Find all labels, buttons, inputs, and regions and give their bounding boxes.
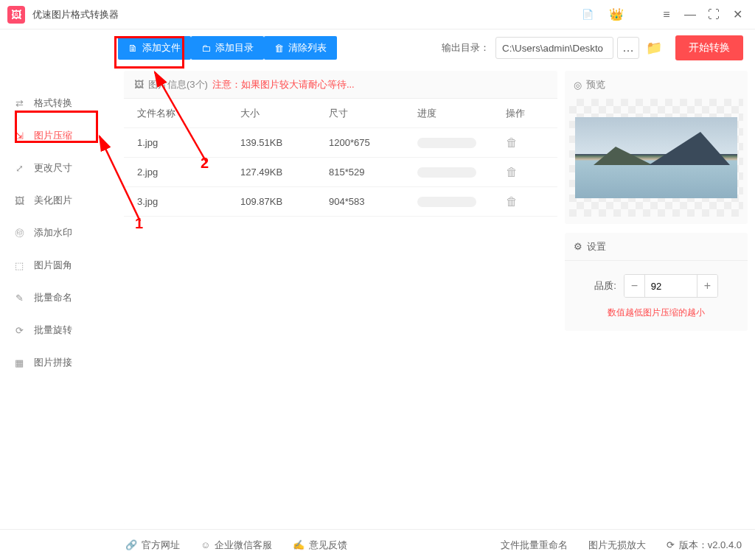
table-row[interactable]: 2.jpg 127.49KB 815*529 🗑 <box>124 158 557 187</box>
toolbar: 🗎添加文件 🗀添加目录 🗑清除列表 输出目录： … 📁 开始转换 <box>0 29 755 66</box>
add-file-label: 添加文件 <box>142 41 181 55</box>
footer-cs[interactable]: ☺企业微信客服 <box>201 539 272 552</box>
settings-header: ⚙ 设置 <box>565 233 748 261</box>
sidebar-item-label: 图片拼接 <box>34 356 72 369</box>
preview-box: ◎ 预览 <box>565 71 748 224</box>
clear-list-button[interactable]: 🗑清除列表 <box>264 36 337 60</box>
add-file-button[interactable]: 🗎添加文件 <box>118 36 191 60</box>
version-value: v2.0.4.0 <box>708 539 742 550</box>
table-row[interactable]: 1.jpg 139.51KB 1200*675 🗑 <box>124 128 557 158</box>
vip-icon[interactable]: 👑 <box>606 4 627 25</box>
preview-label: 预览 <box>586 78 605 91</box>
table-row[interactable]: 3.jpg 109.87KB 904*583 🗑 <box>124 187 557 217</box>
col-dim: 尺寸 <box>329 107 417 120</box>
table-header: 文件名称 大小 尺寸 进度 操作 <box>124 99 557 128</box>
cell-dim: 904*583 <box>329 196 417 207</box>
cell-size: 127.49KB <box>240 167 329 178</box>
sidebar-item-label: 添加水印 <box>34 226 72 239</box>
close-icon[interactable]: ✕ <box>727 4 748 25</box>
footer-enlarge[interactable]: 图片无损放大 <box>588 539 646 552</box>
title-bar: 🖼 优速图片格式转换器 📄 👑 ≡ — ⛶ ✕ <box>0 0 755 29</box>
version-label: 版本： <box>679 539 708 552</box>
support-icon: ☺ <box>201 539 210 550</box>
cell-size: 139.51KB <box>240 137 329 148</box>
account-badge[interactable] <box>634 13 646 16</box>
sidebar-item-format[interactable]: ⇄格式转换 <box>0 87 118 119</box>
sidebar-item-label: 图片圆角 <box>34 259 72 272</box>
sidebar-item-stitch[interactable]: ▦图片拼接 <box>0 346 118 379</box>
open-folder-icon[interactable]: 📁 <box>643 37 665 59</box>
output-dir-input[interactable] <box>495 37 613 59</box>
cell-name: 1.jpg <box>137 137 240 148</box>
sidebar: ⇄格式转换 ⇲图片压缩 ⤢更改尺寸 🖼美化图片 ㊞添加水印 ⬚图片圆角 ✎批量命… <box>0 66 118 529</box>
delete-row-button[interactable]: 🗑 <box>506 166 518 179</box>
edit-icon: ✎ <box>12 293 27 304</box>
cell-dim: 815*529 <box>329 167 417 178</box>
sidebar-item-rotate[interactable]: ⟳批量旋转 <box>0 314 118 346</box>
sidebar-item-rename[interactable]: ✎批量命名 <box>0 281 118 314</box>
document-icon[interactable]: 📄 <box>580 7 596 23</box>
footer-site[interactable]: 🔗官方网址 <box>125 539 180 552</box>
preview-header: ◎ 预览 <box>565 71 748 99</box>
start-convert-button[interactable]: 开始转换 <box>675 35 743 60</box>
quality-hint: 数值越低图片压缩的越小 <box>565 304 748 323</box>
footer-label: 文件批量重命名 <box>501 539 568 552</box>
image-icon: 🖼 <box>134 79 144 90</box>
rotate-icon: ⟳ <box>12 325 27 336</box>
output-dir-label: 输出目录： <box>442 41 490 55</box>
sidebar-item-label: 格式转换 <box>34 97 72 110</box>
compress-icon: ⇲ <box>12 130 27 141</box>
main-area: ⇄格式转换 ⇲图片压缩 ⤢更改尺寸 🖼美化图片 ㊞添加水印 ⬚图片圆角 ✎批量命… <box>0 66 755 529</box>
footer-fb[interactable]: ✍意见反馈 <box>293 539 347 552</box>
file-panel: 🖼 图片信息 (3个) 注意：如果图片较大请耐心等待... 文件名称 大小 尺寸… <box>124 71 557 525</box>
sidebar-item-beautify[interactable]: 🖼美化图片 <box>0 184 118 217</box>
decrease-button[interactable]: − <box>624 275 645 297</box>
app-logo-icon: 🖼 <box>7 6 25 24</box>
settings-box: ⚙ 设置 品质: − + 数值越低图片压缩的越小 <box>565 233 748 331</box>
footer-label: 官方网址 <box>142 539 180 552</box>
settings-label: 设置 <box>587 240 606 253</box>
col-name: 文件名称 <box>137 107 240 120</box>
file-info-bar: 🖼 图片信息 (3个) 注意：如果图片较大请耐心等待... <box>124 71 557 99</box>
refresh-icon: ⟳ <box>667 539 675 550</box>
delete-row-button[interactable]: 🗑 <box>506 195 518 209</box>
footer-label: 企业微信客服 <box>215 539 272 552</box>
folder-open-icon: 🗀 <box>201 43 211 54</box>
link-icon: 🔗 <box>125 539 137 550</box>
corners-icon: ⬚ <box>12 260 27 271</box>
app-title: 优速图片格式转换器 <box>32 8 119 21</box>
sidebar-item-watermark[interactable]: ㊞添加水印 <box>0 217 118 249</box>
grid-icon: ▦ <box>12 357 27 368</box>
gear-icon: ⚙ <box>574 241 582 252</box>
col-op: 操作 <box>506 107 550 120</box>
footer-rename[interactable]: 文件批量重命名 <box>501 539 568 552</box>
preview-canvas <box>569 99 743 217</box>
cell-dim: 1200*675 <box>329 137 417 148</box>
trash-icon: 🗑 <box>274 43 284 54</box>
cell-name: 2.jpg <box>137 167 240 178</box>
cell-name: 3.jpg <box>137 196 240 207</box>
sidebar-item-label: 批量命名 <box>34 291 72 304</box>
file-icon: 🗎 <box>128 43 138 54</box>
file-info-label: 图片信息 <box>148 78 187 91</box>
browse-button[interactable]: … <box>617 37 639 59</box>
increase-button[interactable]: + <box>697 275 717 297</box>
sidebar-item-compress[interactable]: ⇲图片压缩 <box>0 119 118 152</box>
menu-icon[interactable]: ≡ <box>656 4 677 25</box>
add-dir-label: 添加目录 <box>215 41 254 55</box>
image-icon: 🖼 <box>12 195 27 206</box>
output-dir-group: 输出目录： … 📁 <box>442 37 665 59</box>
right-panel: ◎ 预览 ⚙ 设置 品质: − + <box>563 66 755 529</box>
delete-row-button[interactable]: 🗑 <box>506 136 518 150</box>
cell-size: 109.87KB <box>240 196 329 207</box>
maximize-icon[interactable]: ⛶ <box>703 4 724 25</box>
sidebar-item-label: 批量旋转 <box>34 323 72 337</box>
minimize-icon[interactable]: — <box>680 4 700 25</box>
sidebar-item-round[interactable]: ⬚图片圆角 <box>0 249 118 281</box>
version-info[interactable]: ⟳版本：v2.0.4.0 <box>667 539 742 552</box>
add-dir-button[interactable]: 🗀添加目录 <box>191 36 264 60</box>
file-table: 文件名称 大小 尺寸 进度 操作 1.jpg 139.51KB 1200*675… <box>124 99 557 525</box>
sidebar-item-resize[interactable]: ⤢更改尺寸 <box>0 152 118 184</box>
quality-input[interactable] <box>645 275 697 297</box>
file-count: (3个) <box>187 78 208 91</box>
